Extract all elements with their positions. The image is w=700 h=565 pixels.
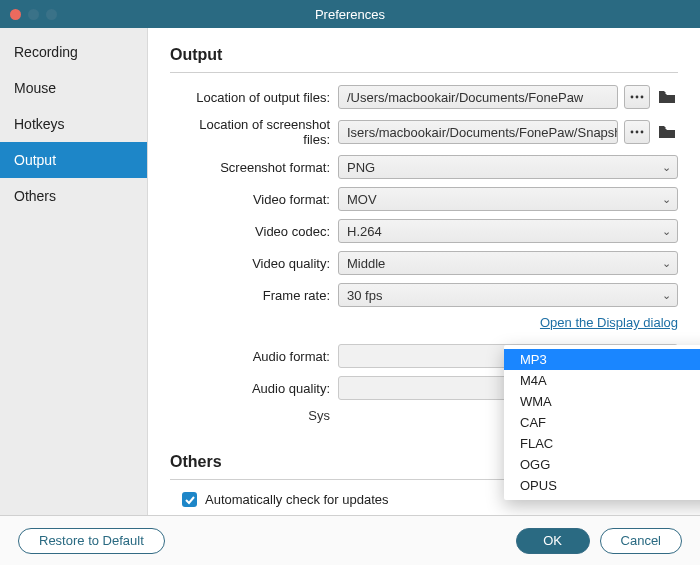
row-video-format: Video format: MOV ⌄ — [170, 187, 678, 211]
folder-icon — [658, 90, 676, 104]
audio-format-option-mp3[interactable]: MP3 — [504, 349, 700, 370]
sidebar-item-mouse[interactable]: Mouse — [0, 70, 147, 106]
screenshot-format-select[interactable]: PNG ⌄ — [338, 155, 678, 179]
restore-default-button[interactable]: Restore to Default — [18, 528, 165, 554]
audio-format-option-ogg[interactable]: OGG — [504, 454, 700, 475]
row-output-location: Location of output files: /Users/macbook… — [170, 85, 678, 109]
main-panel: Output Location of output files: /Users/… — [148, 28, 700, 515]
cancel-button[interactable]: Cancel — [600, 528, 682, 554]
frame-rate-select[interactable]: 30 fps ⌄ — [338, 283, 678, 307]
screenshot-location-value: Isers/macbookair/Documents/FonePaw/Snaps… — [347, 125, 618, 140]
auto-update-label: Automatically check for updates — [205, 492, 389, 507]
label-video-codec: Video codec: — [170, 224, 338, 239]
sidebar-item-others[interactable]: Others — [0, 178, 147, 214]
audio-format-option-caf[interactable]: CAF — [504, 412, 700, 433]
svg-point-1 — [636, 96, 639, 99]
title-bar: Preferences — [0, 0, 700, 28]
audio-format-dropdown[interactable]: MP3 M4A WMA CAF FLAC OGG OPUS — [504, 345, 700, 500]
label-audio-quality: Audio quality: — [170, 381, 338, 396]
ok-button[interactable]: OK — [516, 528, 590, 554]
screenshot-location-field[interactable]: Isers/macbookair/Documents/FonePaw/Snaps… — [338, 120, 618, 144]
row-video-codec: Video codec: H.264 ⌄ — [170, 219, 678, 243]
window-title: Preferences — [0, 7, 700, 22]
label-audio-format: Audio format: — [170, 349, 338, 364]
ellipsis-icon — [630, 129, 644, 135]
output-section-title: Output — [170, 46, 678, 64]
output-location-open-folder[interactable] — [656, 85, 678, 109]
audio-format-option-flac[interactable]: FLAC — [504, 433, 700, 454]
audio-format-option-m4a[interactable]: M4A — [504, 370, 700, 391]
sidebar-item-hotkeys[interactable]: Hotkeys — [0, 106, 147, 142]
audio-format-option-opus[interactable]: OPUS — [504, 475, 700, 496]
footer: Restore to Default OK Cancel — [0, 515, 700, 565]
svg-point-2 — [641, 96, 644, 99]
svg-point-5 — [641, 131, 644, 134]
label-screenshot-location: Location of screenshot files: — [170, 117, 338, 147]
screenshot-format-value: PNG — [347, 160, 375, 175]
svg-point-0 — [631, 96, 634, 99]
check-icon — [185, 495, 195, 505]
video-codec-select[interactable]: H.264 ⌄ — [338, 219, 678, 243]
video-codec-value: H.264 — [347, 224, 382, 239]
screenshot-location-open-folder[interactable] — [656, 120, 678, 144]
label-video-quality: Video quality: — [170, 256, 338, 271]
output-location-field[interactable]: /Users/macbookair/Documents/FonePaw — [338, 85, 618, 109]
chevron-down-icon: ⌄ — [662, 161, 671, 174]
chevron-down-icon: ⌄ — [662, 289, 671, 302]
audio-format-option-wma[interactable]: WMA — [504, 391, 700, 412]
chevron-down-icon: ⌄ — [662, 257, 671, 270]
open-display-dialog-link[interactable]: Open the Display dialog — [540, 315, 678, 330]
video-quality-select[interactable]: Middle ⌄ — [338, 251, 678, 275]
folder-icon — [658, 125, 676, 139]
row-frame-rate: Frame rate: 30 fps ⌄ — [170, 283, 678, 307]
label-output-location: Location of output files: — [170, 90, 338, 105]
row-screenshot-location: Location of screenshot files: Isers/macb… — [170, 117, 678, 147]
auto-update-checkbox[interactable] — [182, 492, 197, 507]
row-video-quality: Video quality: Middle ⌄ — [170, 251, 678, 275]
svg-point-3 — [631, 131, 634, 134]
label-frame-rate: Frame rate: — [170, 288, 338, 303]
label-video-format: Video format: — [170, 192, 338, 207]
sidebar: Recording Mouse Hotkeys Output Others — [0, 28, 148, 515]
video-format-value: MOV — [347, 192, 377, 207]
chevron-down-icon: ⌄ — [662, 193, 671, 206]
row-screenshot-format: Screenshot format: PNG ⌄ — [170, 155, 678, 179]
output-location-value: /Users/macbookair/Documents/FonePaw — [347, 90, 583, 105]
video-format-select[interactable]: MOV ⌄ — [338, 187, 678, 211]
frame-rate-value: 30 fps — [347, 288, 382, 303]
chevron-down-icon: ⌄ — [662, 225, 671, 238]
sidebar-item-recording[interactable]: Recording — [0, 34, 147, 70]
output-location-more-button[interactable] — [624, 85, 650, 109]
label-sys: Sys — [170, 408, 338, 423]
sidebar-item-output[interactable]: Output — [0, 142, 147, 178]
label-screenshot-format: Screenshot format: — [170, 160, 338, 175]
video-quality-value: Middle — [347, 256, 385, 271]
ellipsis-icon — [630, 94, 644, 100]
svg-point-4 — [636, 131, 639, 134]
divider — [170, 72, 678, 73]
screenshot-location-more-button[interactable] — [624, 120, 650, 144]
